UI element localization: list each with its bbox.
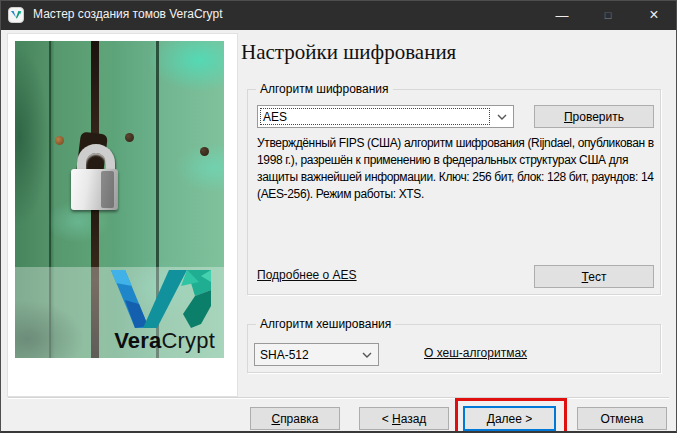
benchmark-button[interactable]: Проверить bbox=[534, 105, 654, 128]
veracrypt-app-icon bbox=[8, 7, 24, 23]
maximize-button: □ bbox=[585, 0, 631, 30]
help-button[interactable]: Справка bbox=[250, 407, 340, 430]
window-title: Мастер создания томов VeraCrypt bbox=[33, 7, 223, 21]
close-icon: × bbox=[649, 6, 658, 24]
encryption-algorithm-group: Алгоритм шифрования AES Проверить Утверж… bbox=[247, 89, 661, 295]
footer-separator bbox=[8, 397, 669, 399]
encryption-algorithm-select[interactable]: AES bbox=[257, 105, 514, 128]
bolt-head bbox=[125, 133, 134, 142]
next-button[interactable]: Далее > bbox=[463, 406, 556, 431]
chevron-down-icon bbox=[356, 352, 378, 358]
maximize-icon: □ bbox=[605, 9, 612, 21]
hash-group-label: Алгоритм хеширования bbox=[256, 317, 395, 331]
minimize-icon: — bbox=[556, 8, 569, 23]
test-button[interactable]: Тест bbox=[534, 265, 654, 288]
more-about-aes-link[interactable]: Подробнее о AES bbox=[257, 268, 357, 282]
algorithm-description: Утверждённый FIPS (США) алгоритм шифрова… bbox=[257, 135, 659, 203]
cancel-button[interactable]: Отмена bbox=[577, 407, 667, 430]
hash-info-link[interactable]: О хеш-алгоритмах bbox=[424, 346, 527, 360]
padlock-door-photo: VeraCrypt bbox=[15, 41, 224, 358]
bolt-head bbox=[200, 147, 209, 156]
hash-algorithm-select[interactable]: SHA-512 bbox=[254, 343, 379, 366]
sidebar-image-panel: VeraCrypt bbox=[7, 33, 238, 397]
close-button[interactable]: × bbox=[631, 0, 677, 30]
veracrypt-wizard-window: Мастер создания томов VeraCrypt — □ × bbox=[0, 0, 677, 433]
back-button[interactable]: < Назад bbox=[359, 407, 449, 430]
titlebar: Мастер создания томов VeraCrypt — □ × bbox=[0, 0, 677, 30]
veracrypt-logo-text: VeraCrypt bbox=[114, 328, 215, 354]
encryption-group-label: Алгоритм шифрования bbox=[256, 82, 393, 96]
padlock-body bbox=[71, 169, 118, 210]
minimize-button[interactable]: — bbox=[539, 0, 585, 30]
page-title: Настройки шифрования bbox=[241, 40, 456, 65]
chevron-down-icon bbox=[491, 114, 513, 120]
encryption-algorithm-value: AES bbox=[258, 110, 491, 124]
bolt-head bbox=[55, 136, 64, 145]
hash-algorithm-group: Алгоритм хеширования SHA-512 О хеш-алгор… bbox=[247, 324, 661, 373]
hash-algorithm-value: SHA-512 bbox=[255, 348, 356, 362]
veracrypt-logo-icon bbox=[111, 270, 211, 328]
